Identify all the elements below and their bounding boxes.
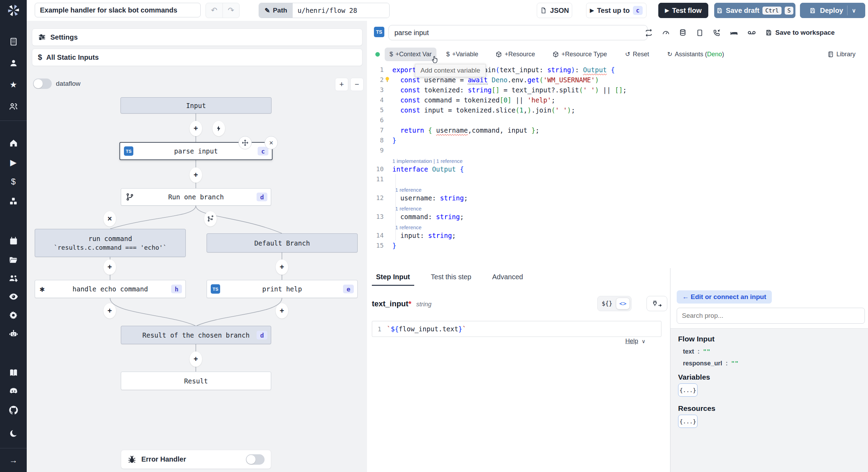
- folders-icon[interactable]: [0, 252, 27, 267]
- path-button[interactable]: ✎ Path: [259, 3, 293, 18]
- codelens[interactable]: 1 reference: [367, 184, 868, 193]
- code-line[interactable]: 5 const input = tokenized.slice(1,).join…: [367, 105, 868, 115]
- variables-icon[interactable]: $: [0, 174, 27, 189]
- schedules-icon[interactable]: [0, 233, 27, 249]
- resources-object-chip[interactable]: {...}: [678, 415, 698, 428]
- add-branch-button[interactable]: [204, 211, 217, 226]
- zoom-out-button[interactable]: −: [350, 78, 364, 91]
- redo-button[interactable]: ↷: [223, 3, 240, 18]
- tab-advanced[interactable]: Advanced: [491, 269, 524, 285]
- workers-icon[interactable]: [0, 271, 27, 286]
- chevron-down-icon[interactable]: ∨: [852, 7, 856, 14]
- add-step-button[interactable]: +: [103, 259, 116, 275]
- edit-or-connect-button[interactable]: ← Edit or connect an input: [677, 290, 772, 304]
- flow-title-input[interactable]: [35, 3, 201, 17]
- github-icon[interactable]: [0, 403, 27, 418]
- retries-icon[interactable]: [645, 29, 653, 37]
- workspace-icon[interactable]: [0, 34, 27, 49]
- test-flow-button[interactable]: ▶ Test flow: [658, 3, 708, 18]
- codelens[interactable]: 1 reference: [367, 222, 868, 230]
- deploy-button[interactable]: Deploy ∨: [800, 3, 865, 18]
- add-variable-button[interactable]: $+Variable: [441, 48, 483, 61]
- voicemail-icon[interactable]: [747, 28, 756, 37]
- undo-button[interactable]: ↶: [206, 3, 223, 18]
- save-to-workspace-button[interactable]: Save to workspace: [765, 29, 835, 36]
- node-run-one-branch[interactable]: Run one branch d: [121, 188, 271, 206]
- home-icon[interactable]: [0, 135, 27, 151]
- sleep-bed-icon[interactable]: [730, 28, 738, 37]
- template-mode-option[interactable]: ${}: [599, 299, 615, 308]
- help-link[interactable]: Help: [625, 338, 638, 345]
- code-line[interactable]: 13 command: string;: [367, 212, 868, 222]
- code-line[interactable]: 15}: [367, 240, 868, 250]
- code-line[interactable]: 4 const command = tokenized[0] || 'help'…: [367, 95, 868, 105]
- flow-settings-bar[interactable]: Settings: [32, 28, 362, 46]
- code-line[interactable]: 6: [367, 115, 868, 125]
- add-step-button[interactable]: +: [190, 121, 202, 136]
- code-line[interactable]: 9: [367, 145, 868, 155]
- delete-step-button[interactable]: ×: [265, 136, 278, 149]
- node-result[interactable]: Result: [121, 372, 271, 390]
- settings-gear-icon[interactable]: [0, 307, 27, 323]
- prop-row-text[interactable]: text : "": [683, 348, 710, 355]
- runs-icon[interactable]: ▶: [0, 155, 27, 170]
- suspend-phone-icon[interactable]: [713, 29, 721, 37]
- search-prop-input[interactable]: [677, 308, 865, 324]
- add-step-button[interactable]: +: [103, 303, 116, 318]
- json-button[interactable]: JSON: [537, 3, 572, 18]
- save-draft-button[interactable]: Save draft Ctrl S: [714, 3, 795, 18]
- node-result-of-chosen-branch[interactable]: Result of the chosen branch d: [121, 326, 271, 344]
- codelens[interactable]: 1 reference: [367, 203, 868, 212]
- node-branch-run-command[interactable]: run command `results.c.command === 'echo…: [35, 229, 186, 257]
- groups-icon[interactable]: [0, 99, 27, 114]
- node-handle-echo-command[interactable]: ✱ handle echo command h: [35, 280, 186, 298]
- add-step-button[interactable]: +: [276, 303, 288, 318]
- star-icon[interactable]: ★: [0, 77, 27, 92]
- resources-icon[interactable]: [0, 193, 27, 209]
- connect-input-button[interactable]: [646, 296, 667, 311]
- error-handler-bar[interactable]: Error Handler: [121, 450, 271, 469]
- code-line[interactable]: 10interface Output {: [367, 164, 868, 174]
- all-static-inputs-bar[interactable]: $ All Static Inputs: [32, 49, 362, 66]
- early-stop-gauge-icon[interactable]: [662, 29, 670, 37]
- code-line[interactable]: 3 const tokenized: string[] = text_input…: [367, 85, 868, 95]
- docs-book-icon[interactable]: [0, 365, 27, 380]
- expand-sidebar-arrow-icon[interactable]: →: [0, 453, 27, 468]
- mock-square-icon[interactable]: [696, 29, 704, 37]
- trigger-bolt-button[interactable]: [212, 121, 225, 136]
- reset-button[interactable]: ↺Reset: [620, 47, 654, 61]
- code-lines[interactable]: 1export async function main(text_input: …: [367, 65, 868, 250]
- add-resource-button[interactable]: +Resource: [491, 48, 540, 61]
- dark-mode-moon-icon[interactable]: [0, 426, 27, 441]
- chevron-down-icon[interactable]: ∨: [642, 338, 645, 345]
- library-button[interactable]: Library: [823, 46, 860, 63]
- zoom-in-button[interactable]: +: [335, 78, 348, 91]
- error-handler-toggle[interactable]: [246, 454, 265, 465]
- tab-test-this-step[interactable]: Test this step: [430, 269, 472, 285]
- cache-database-icon[interactable]: [679, 29, 687, 37]
- code-line[interactable]: 8}: [367, 135, 868, 145]
- input-mode-toggle[interactable]: ${} <>: [597, 296, 632, 311]
- assistants-button[interactable]: ↻Assistants (Deno): [662, 47, 729, 61]
- move-step-button[interactable]: [239, 136, 252, 149]
- code-line[interactable]: 12 username: string;: [367, 193, 868, 203]
- add-step-button[interactable]: +: [190, 351, 202, 367]
- prop-row-response-url[interactable]: response_url : "": [683, 360, 738, 367]
- path-input[interactable]: [293, 3, 389, 18]
- lightbulb-icon[interactable]: [384, 76, 390, 82]
- code-line[interactable]: 11: [367, 174, 868, 184]
- add-step-button[interactable]: +: [276, 259, 288, 275]
- add-resource-type-button[interactable]: +Resource Type: [548, 48, 612, 61]
- node-flow-input[interactable]: Input: [120, 97, 272, 114]
- dataflow-toggle[interactable]: [33, 78, 52, 89]
- code-line[interactable]: 7 return { username,command, input };: [367, 125, 868, 135]
- code-mode-option[interactable]: <>: [616, 298, 630, 309]
- codelens[interactable]: 1 implementation | 1 reference: [367, 155, 868, 164]
- discord-icon[interactable]: [0, 383, 27, 399]
- windmill-logo[interactable]: [0, 0, 27, 21]
- tab-step-input[interactable]: Step Input: [375, 269, 411, 285]
- audit-logs-icon[interactable]: [0, 289, 27, 304]
- node-print-help[interactable]: TS print help e: [207, 280, 358, 298]
- test-up-to-button[interactable]: ▶ Test up to c: [586, 3, 646, 18]
- add-context-var-button[interactable]: $+Context Var: [385, 48, 436, 61]
